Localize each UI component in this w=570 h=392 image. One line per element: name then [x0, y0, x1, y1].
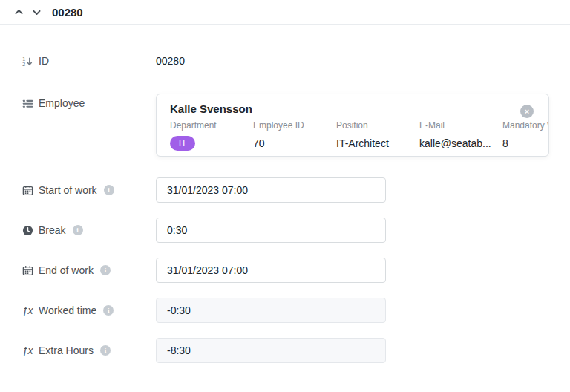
formula-icon: ƒx: [22, 344, 33, 356]
employee-card-column-department: Department IT: [170, 120, 253, 151]
chevron-down-icon: [32, 7, 42, 17]
column-value: kalle@seatab...: [419, 136, 502, 151]
record-title: 00280: [52, 6, 83, 19]
column-value: 70: [253, 136, 336, 151]
employee-card-column-employee-id: Employee ID 70: [253, 120, 336, 151]
info-icon[interactable]: i: [100, 265, 111, 275]
extra-hours-label: Extra Hours: [39, 344, 94, 356]
employee-name: Kalle Svensson: [170, 102, 548, 115]
clock-icon: [22, 224, 33, 236]
formula-icon: ƒx: [22, 304, 33, 316]
link-rows-icon: [22, 97, 33, 109]
column-value: IT-Architect: [336, 136, 419, 151]
break-label-group: Break i: [22, 224, 156, 236]
next-record-button[interactable]: [28, 4, 45, 20]
chevron-up-icon: [14, 7, 24, 17]
end-of-work-input[interactable]: 31/01/2023 07:00: [156, 258, 386, 283]
calendar-icon: [22, 184, 33, 196]
break-label: Break: [39, 224, 66, 236]
id-field-label: ID: [39, 55, 49, 67]
extra-hours-label-group: ƒx Extra Hours i: [22, 344, 156, 356]
employee-card-columns: Department IT Employee ID 70 Position IT…: [170, 120, 548, 151]
info-icon[interactable]: i: [103, 305, 114, 316]
id-field-label-group: 1 2 ID: [22, 55, 156, 67]
info-icon[interactable]: i: [100, 345, 111, 356]
column-header: E-Mail: [419, 120, 502, 131]
id-field-value: 00280: [156, 55, 185, 67]
worked-time-label-group: ƒx Worked time i: [22, 304, 156, 316]
department-badge: IT: [170, 136, 195, 151]
info-icon[interactable]: i: [104, 185, 114, 195]
field-row-id: 1 2 ID 00280: [22, 53, 570, 69]
start-of-work-label-group: Start of work i: [22, 184, 156, 196]
column-header: Position: [336, 120, 419, 131]
column-value: 8: [502, 136, 549, 151]
autonumber-icon: 1 2: [22, 55, 33, 67]
employee-card-column-email: E-Mail kalle@seatab...: [419, 120, 502, 151]
calendar-icon: [22, 264, 33, 276]
record-navigation-bar: 00280: [0, 0, 570, 24]
end-of-work-label: End of work: [39, 264, 94, 276]
employee-field-label: Employee: [39, 97, 85, 109]
column-header: Department: [170, 120, 253, 131]
employee-field-label-group: Employee: [22, 94, 156, 109]
field-row-worked-time: ƒx Worked time i -0:30: [22, 298, 570, 323]
start-of-work-label: Start of work: [39, 184, 97, 196]
column-header: Employee ID: [253, 120, 336, 131]
svg-text:2: 2: [22, 61, 25, 67]
column-header: Mandatory W: [502, 120, 549, 131]
break-input[interactable]: 0:30: [156, 218, 386, 243]
previous-record-button[interactable]: [10, 4, 27, 20]
worked-time-value: -0:30: [156, 298, 386, 323]
field-row-extra-hours: ƒx Extra Hours i -8:30: [22, 338, 570, 363]
field-row-start-of-work: Start of work i 31/01/2023 07:00: [22, 177, 570, 203]
field-row-break: Break i 0:30: [22, 218, 570, 243]
info-icon[interactable]: i: [73, 225, 83, 235]
close-icon[interactable]: ×: [520, 105, 534, 118]
worked-time-label: Worked time: [39, 304, 96, 316]
start-of-work-input[interactable]: 31/01/2023 07:00: [156, 177, 386, 203]
field-row-end-of-work: End of work i 31/01/2023 07:00: [22, 258, 570, 283]
extra-hours-value: -8:30: [156, 338, 386, 363]
record-detail-body: 1 2 ID 00280 Employee: [0, 53, 570, 363]
employee-card-column-mandatory: Mandatory W 8: [502, 120, 549, 151]
end-of-work-label-group: End of work i: [22, 264, 156, 276]
employee-linked-record-card[interactable]: Kalle Svensson Department IT Employee ID…: [156, 94, 549, 157]
field-row-employee: Employee Kalle Svensson Department IT Em…: [22, 94, 570, 157]
employee-card-column-position: Position IT-Architect: [336, 120, 419, 151]
